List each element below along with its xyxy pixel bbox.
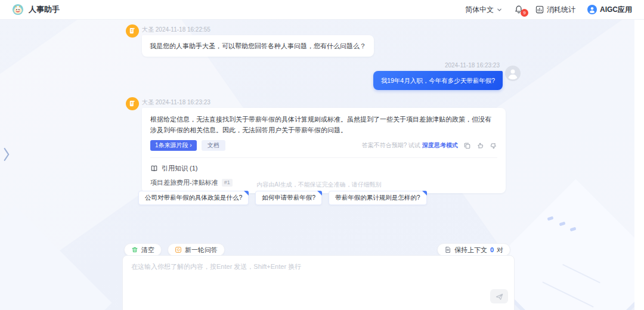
message-time: 2024-11-18 16:23:23 — [445, 62, 500, 69]
chevron-down-icon — [497, 7, 502, 13]
citation-header: 引用知识 (1) — [150, 164, 497, 173]
message-meta: 2024-11-18 16:23:23 — [445, 62, 500, 69]
bot-greeting-text: 我是您的人事助手大圣，可以帮助您回答各种人事问题，您有什么问题么？ — [150, 42, 366, 49]
thumbs-down-icon[interactable] — [490, 142, 497, 150]
citation-header-label: 引用知识 (1) — [162, 164, 198, 173]
monkey-logo-icon — [12, 4, 24, 16]
send-button[interactable] — [490, 289, 508, 303]
aigc-app-label: AIGC应用 — [600, 5, 632, 15]
scrollbar-track[interactable] — [634, 20, 644, 310]
aigc-app-button[interactable]: AIGC应用 — [587, 5, 632, 15]
trash-icon — [131, 246, 138, 253]
user-message-text: 我19年4月入职，今年有多少天带薪年假? — [381, 77, 495, 84]
bubble-divider — [150, 157, 497, 158]
bot-avatar — [126, 97, 139, 113]
user-avatar — [505, 66, 521, 83]
document-tag[interactable]: 文档 — [202, 140, 225, 151]
bot-name: 大圣 — [142, 99, 154, 106]
message-composer — [122, 255, 515, 310]
hr-assistant-app: 人事助手 简体中文 9 — [0, 0, 644, 310]
sidebar-expand-toggle[interactable] — [2, 147, 11, 162]
ai-disclaimer: 内容由AI生成，不能保证完全准确，请仔细甄别 — [122, 181, 516, 189]
user-message-bubble: 我19年4月入职，今年有多少天带薪年假? — [373, 71, 503, 90]
keep-context-toggle[interactable]: 保持上下文 0 对 — [437, 243, 510, 256]
book-icon — [150, 165, 158, 172]
document-icon — [444, 246, 451, 253]
notification-bell[interactable]: 9 — [514, 5, 524, 14]
bot-name: 大圣 — [142, 26, 154, 33]
suggested-questions: 公司对带薪年假的具体政策是什么? 如何申请带薪年假? 带薪年假的累计规则是怎样的… — [138, 191, 427, 205]
keep-context-label: 保持上下文 — [454, 246, 487, 255]
page-title: 人事助手 — [29, 4, 60, 15]
bot-greeting-bubble: 我是您的人事助手大圣，可以帮助您回答各种人事问题，您有什么问题么？ — [142, 35, 374, 57]
message-meta: 大圣 2024-11-18 16:23:23 — [142, 98, 210, 107]
language-selector[interactable]: 简体中文 — [465, 5, 502, 15]
message-meta: 大圣 2024-11-18 16:22:55 — [142, 26, 210, 34]
chart-icon — [535, 5, 544, 14]
send-icon — [495, 292, 504, 301]
usage-stats-label: 消耗统计 — [547, 5, 575, 15]
bot-answer-text: 根据给定信息，无法直接找到关于带薪年假的具体计算规则或标准。虽然提到了一些关于项… — [150, 114, 497, 135]
clear-button[interactable]: 清空 — [124, 243, 162, 256]
new-round-label: 新一轮问答 — [185, 246, 218, 255]
answer-tags-row: 1条来源片段 › 文档 答案不符合预期? 试试 深度思考模式 — [150, 140, 497, 151]
message-time: 2024-11-18 16:23:23 — [156, 99, 210, 106]
source-fragments-button[interactable]: 1条来源片段 › — [150, 140, 197, 151]
notification-badge: 9 — [521, 9, 528, 17]
suggested-question-chip[interactable]: 带薪年假的累计规则是怎样的? — [329, 191, 426, 205]
aigc-user-icon — [587, 5, 597, 14]
header-actions: 简体中文 9 消耗统计 — [465, 5, 632, 15]
context-pairs-count: 0 — [490, 246, 494, 253]
message-input[interactable] — [123, 256, 514, 297]
composer-toolbar: 清空 新一轮问答 — [124, 243, 225, 256]
clear-label: 清空 — [141, 246, 154, 255]
thumbs-up-icon[interactable] — [476, 142, 484, 150]
context-pairs-unit: 对 — [497, 246, 503, 255]
new-round-button[interactable]: 新一轮问答 — [168, 243, 225, 256]
feedback-hint: 答案不符合预期? 试试 — [362, 141, 420, 150]
usage-stats-button[interactable]: 消耗统计 — [535, 5, 575, 15]
suggested-question-chip[interactable]: 公司对带薪年假的具体政策是什么? — [138, 191, 249, 205]
new-round-icon — [175, 246, 182, 253]
chevron-right-icon — [2, 147, 11, 162]
feedback-zone: 答案不符合预期? 试试 深度思考模式 — [362, 141, 497, 150]
top-header: 人事助手 简体中文 9 — [0, 0, 644, 20]
copy-icon[interactable] — [463, 142, 471, 150]
deep-think-mode-link[interactable]: 深度思考模式 — [422, 141, 458, 150]
message-time: 2024-11-18 16:22:55 — [156, 26, 210, 33]
language-label: 简体中文 — [465, 5, 494, 15]
bot-avatar — [126, 24, 139, 40]
suggested-question-chip[interactable]: 如何申请带薪年假? — [255, 191, 322, 205]
